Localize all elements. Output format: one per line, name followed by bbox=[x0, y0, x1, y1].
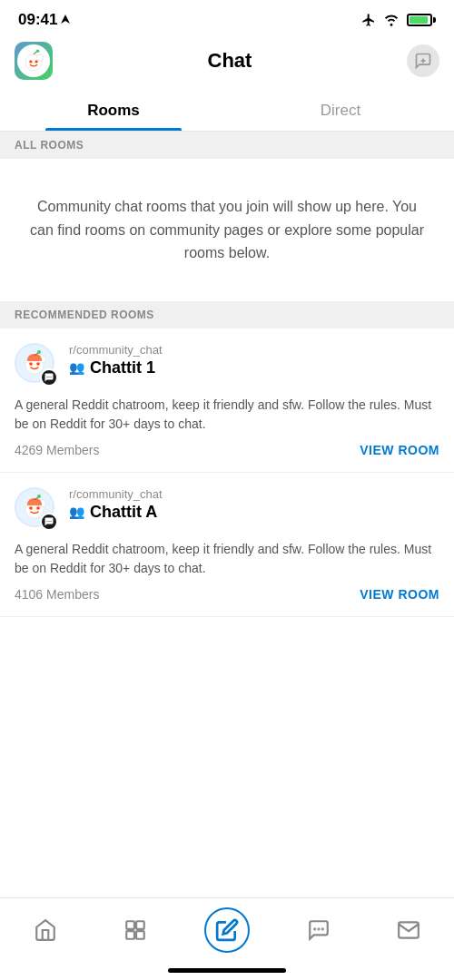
room-desc-2: A general Reddit chatroom, keep it frien… bbox=[15, 540, 439, 578]
room-name-1: Chattit 1 bbox=[90, 358, 155, 377]
room-subreddit-2: r/community_chat bbox=[69, 487, 439, 501]
room-name-2: Chattit A bbox=[90, 503, 157, 522]
people-icon-1: 👥 bbox=[69, 360, 84, 375]
home-icon bbox=[34, 918, 57, 942]
svg-point-23 bbox=[29, 506, 33, 510]
all-rooms-label: ALL ROOMS bbox=[15, 139, 84, 152]
nav-item-communities[interactable] bbox=[114, 913, 156, 947]
room-info-2: r/community_chat 👥 Chattit A bbox=[69, 487, 439, 522]
people-icon-2: 👥 bbox=[69, 505, 84, 519]
nav-item-create[interactable] bbox=[204, 907, 250, 953]
new-chat-icon bbox=[414, 52, 432, 70]
svg-point-4 bbox=[29, 60, 32, 63]
airplane-icon bbox=[361, 13, 376, 27]
svg-point-28 bbox=[49, 521, 50, 522]
svg-point-18 bbox=[49, 377, 50, 377]
room-item-2: r/community_chat 👥 Chattit A A general R… bbox=[0, 473, 454, 617]
room-desc-1: A general Reddit chatroom, keep it frien… bbox=[15, 396, 439, 434]
room-info-1: r/community_chat 👥 Chattit 1 bbox=[69, 343, 439, 377]
inbox-icon bbox=[397, 918, 420, 942]
nav-item-chat[interactable] bbox=[298, 913, 340, 947]
svg-point-5 bbox=[35, 60, 38, 63]
recommended-rooms-label: RECOMMENDED ROOMS bbox=[15, 309, 154, 321]
svg-point-3 bbox=[37, 54, 44, 61]
room-avatar-1 bbox=[15, 343, 58, 387]
svg-point-35 bbox=[319, 928, 320, 929]
tab-direct[interactable]: Direct bbox=[227, 91, 454, 131]
status-time: 09:41 bbox=[18, 11, 70, 29]
empty-state-text: Community chat rooms that you join will … bbox=[30, 199, 424, 260]
tab-direct-label: Direct bbox=[321, 102, 360, 119]
svg-point-7 bbox=[36, 49, 40, 53]
view-room-btn-2[interactable]: VIEW ROOM bbox=[360, 587, 439, 602]
svg-point-36 bbox=[322, 928, 323, 929]
header: Chat bbox=[0, 34, 454, 91]
svg-rect-30 bbox=[126, 921, 134, 929]
svg-point-24 bbox=[36, 506, 40, 510]
svg-rect-31 bbox=[136, 921, 144, 929]
svg-rect-32 bbox=[126, 931, 134, 939]
status-bar: 09:41 bbox=[0, 0, 454, 34]
svg-rect-33 bbox=[136, 931, 144, 939]
app-logo bbox=[15, 42, 53, 80]
svg-point-19 bbox=[51, 377, 52, 377]
battery-icon bbox=[407, 14, 436, 26]
svg-marker-0 bbox=[61, 15, 70, 24]
view-room-btn-1[interactable]: VIEW ROOM bbox=[360, 443, 439, 457]
room-members-1: 4269 Members bbox=[15, 443, 99, 457]
svg-point-26 bbox=[37, 495, 41, 498]
svg-point-29 bbox=[51, 521, 52, 522]
room-item-1: r/community_chat 👥 Chattit 1 A general R… bbox=[0, 328, 454, 473]
create-icon bbox=[215, 918, 239, 942]
svg-point-27 bbox=[47, 521, 48, 522]
chat-badge-icon-1 bbox=[44, 372, 54, 383]
reddit-logo-svg bbox=[17, 44, 50, 77]
tab-bar: Rooms Direct bbox=[0, 91, 454, 132]
room-avatar-2 bbox=[15, 487, 58, 531]
room-subreddit-1: r/community_chat bbox=[69, 343, 439, 357]
svg-point-17 bbox=[47, 377, 48, 377]
recommended-rooms-section-header: RECOMMENDED ROOMS bbox=[0, 301, 454, 328]
status-icons bbox=[361, 13, 436, 27]
room-members-2: 4106 Members bbox=[15, 587, 99, 602]
tab-rooms-label: Rooms bbox=[87, 102, 140, 119]
chat-nav-icon bbox=[307, 918, 331, 942]
wifi-icon bbox=[383, 14, 400, 26]
svg-point-14 bbox=[36, 362, 40, 366]
svg-point-13 bbox=[29, 362, 33, 366]
tab-rooms[interactable]: Rooms bbox=[0, 91, 227, 131]
empty-state: Community chat rooms that you join will … bbox=[0, 159, 454, 301]
new-chat-button[interactable] bbox=[407, 44, 439, 77]
home-indicator bbox=[168, 968, 286, 973]
room-footer-1: 4269 Members VIEW ROOM bbox=[15, 443, 439, 457]
nav-item-home[interactable] bbox=[25, 913, 66, 947]
room-badge-2 bbox=[40, 513, 58, 531]
location-icon bbox=[61, 15, 70, 25]
time-text: 09:41 bbox=[18, 11, 57, 29]
svg-point-34 bbox=[314, 928, 315, 929]
communities-icon bbox=[123, 918, 147, 942]
all-rooms-section-header: ALL ROOMS bbox=[0, 132, 454, 159]
nav-item-inbox[interactable] bbox=[388, 913, 429, 947]
chat-badge-icon-2 bbox=[44, 516, 54, 527]
svg-point-16 bbox=[37, 350, 41, 354]
room-footer-2: 4106 Members VIEW ROOM bbox=[15, 587, 439, 602]
page-title: Chat bbox=[208, 49, 252, 73]
room-badge-1 bbox=[40, 368, 58, 387]
